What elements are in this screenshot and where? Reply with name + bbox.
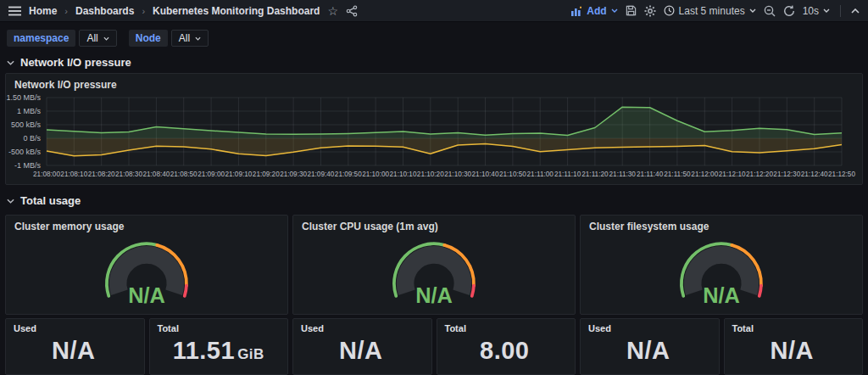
gauge-value: N/A — [128, 283, 165, 307]
top-navigation-bar: Home › Dashboards › Kubernetes Monitorin… — [0, 0, 868, 22]
section-network-io-pressure[interactable]: Network I/O pressure — [0, 52, 868, 73]
breadcrumb-separator: › — [142, 6, 145, 16]
add-button[interactable]: Add — [570, 5, 617, 17]
stat-label: Used — [588, 323, 611, 333]
svg-text:21:11:00: 21:11:00 — [527, 171, 554, 178]
svg-text:-500 kB/s: -500 kB/s — [8, 148, 42, 156]
breadcrumb-current-dashboard: Kubernetes Monitoring Dashboard — [153, 5, 320, 17]
time-range-label: Last 5 minutes — [679, 5, 745, 17]
svg-text:21:08:40: 21:08:40 — [142, 171, 170, 178]
dashboard-variables-row: namespace All Node All — [0, 22, 868, 52]
stat-label: Used — [301, 323, 324, 333]
gauge-value: N/A — [415, 283, 453, 307]
chevron-down-icon — [611, 8, 618, 13]
filter-namespace: namespace All — [7, 30, 117, 47]
svg-text:21:08:00: 21:08:00 — [33, 171, 60, 178]
svg-text:21:10:20: 21:10:20 — [417, 171, 444, 178]
collapse-toolbar-icon[interactable] — [851, 8, 860, 14]
breadcrumb-dashboards[interactable]: Dashboards — [75, 5, 134, 17]
svg-text:21:12:50: 21:12:50 — [828, 171, 855, 178]
panel-title[interactable]: Cluster memory usage — [6, 215, 287, 234]
section-chevron-icon — [7, 199, 14, 204]
svg-text:21:11:20: 21:11:20 — [581, 171, 609, 178]
svg-text:21:11:10: 21:11:10 — [554, 171, 581, 178]
refresh-interval-label: 10s — [803, 5, 819, 17]
svg-text:1 MB/s: 1 MB/s — [17, 107, 42, 115]
settings-icon[interactable] — [644, 5, 656, 17]
svg-text:21:11:30: 21:11:30 — [609, 171, 637, 178]
breadcrumb-home[interactable]: Home — [29, 5, 57, 17]
filesystem-gauge: N/A — [672, 234, 771, 314]
svg-text:21:08:10: 21:08:10 — [60, 171, 87, 178]
panel-title[interactable]: Cluster filesystem usage — [581, 215, 862, 234]
svg-text:21:10:40: 21:10:40 — [472, 171, 499, 178]
namespace-filter-dropdown[interactable]: All — [79, 30, 116, 47]
svg-text:21:09:50: 21:09:50 — [335, 171, 362, 178]
chevron-down-icon — [195, 36, 201, 41]
svg-text:-1 MB/s: -1 MB/s — [14, 161, 42, 170]
network-io-pressure-panel: Network I/O pressure 21:08:0021:08:1021:… — [5, 73, 863, 185]
refresh-icon[interactable] — [783, 5, 795, 17]
svg-text:21:10:00: 21:10:00 — [362, 171, 389, 178]
stat-label: Total — [158, 323, 179, 333]
stat-panels-row: Used N/A Total 11.51GiB Used N/A Total 8… — [5, 318, 863, 375]
svg-text:21:09:10: 21:09:10 — [225, 171, 252, 178]
breadcrumb-separator: › — [64, 6, 68, 16]
section-chevron-icon — [7, 60, 14, 65]
refresh-interval-picker[interactable]: 10s — [803, 5, 830, 17]
panel-title[interactable]: Network I/O pressure — [6, 74, 862, 92]
namespace-filter-label: namespace — [7, 30, 75, 47]
svg-text:21:10:30: 21:10:30 — [444, 171, 471, 178]
add-button-label: Add — [587, 5, 606, 17]
filesystem-total-panel: Total N/A — [724, 318, 864, 375]
stat-label: Total — [732, 323, 754, 333]
section-total-usage[interactable]: Total usage — [0, 190, 868, 211]
chevron-down-icon — [823, 8, 830, 13]
filesystem-used-panel: Used N/A — [580, 318, 720, 375]
star-icon[interactable]: ☆ — [327, 4, 338, 18]
svg-text:21:12:00: 21:12:00 — [691, 171, 718, 178]
svg-text:21:11:40: 21:11:40 — [637, 171, 664, 178]
time-range-picker[interactable]: Last 5 minutes — [664, 5, 756, 17]
toolbar-divider — [840, 5, 841, 17]
cluster-filesystem-usage-panel: Cluster filesystem usage N/A — [580, 215, 863, 315]
section-title: Network I/O pressure — [20, 56, 131, 69]
svg-text:21:08:30: 21:08:30 — [115, 171, 142, 178]
svg-text:1.50 MB/s: 1.50 MB/s — [6, 93, 41, 102]
panel-title[interactable]: Cluster CPU usage (1m avg) — [293, 215, 575, 234]
node-filter-dropdown[interactable]: All — [171, 30, 209, 47]
cpu-gauge: N/A — [385, 234, 483, 314]
menu-icon[interactable] — [8, 6, 21, 16]
memory-gauge: N/A — [97, 234, 196, 314]
share-icon[interactable] — [346, 5, 358, 17]
save-icon[interactable] — [626, 5, 637, 16]
cluster-cpu-usage-panel: Cluster CPU usage (1m avg) N/A — [292, 215, 576, 315]
chevron-down-icon — [749, 8, 756, 13]
stat-value: 11.51GiB — [173, 337, 264, 365]
stat-value: N/A — [771, 337, 816, 365]
svg-text:21:09:30: 21:09:30 — [280, 171, 307, 178]
svg-text:21:09:40: 21:09:40 — [307, 171, 334, 178]
stat-value: 8.00 — [480, 337, 531, 365]
stat-value: N/A — [626, 337, 672, 365]
stat-value: N/A — [52, 337, 97, 365]
stat-label: Used — [14, 323, 36, 333]
cpu-used-panel: Used N/A — [292, 318, 432, 375]
svg-text:21:12:20: 21:12:20 — [746, 171, 773, 178]
zoom-out-icon[interactable] — [764, 5, 776, 17]
network-io-chart[interactable]: 21:08:0021:08:1021:08:2021:08:3021:08:40… — [6, 92, 857, 182]
svg-text:500 kB/s: 500 kB/s — [11, 120, 42, 129]
gauge-panels-row: Cluster memory usage N/A Cluster CPU usa… — [5, 215, 863, 315]
add-icon — [570, 6, 582, 16]
svg-text:21:08:20: 21:08:20 — [88, 171, 115, 178]
memory-used-panel: Used N/A — [5, 318, 145, 375]
svg-text:21:10:50: 21:10:50 — [499, 171, 526, 178]
node-filter-label: Node — [129, 30, 168, 47]
filter-node: Node All — [129, 30, 209, 47]
svg-text:21:09:00: 21:09:00 — [198, 171, 225, 178]
gauge-value: N/A — [703, 283, 740, 307]
clock-icon — [664, 5, 675, 16]
svg-text:21:11:50: 21:11:50 — [664, 171, 691, 178]
section-title: Total usage — [20, 194, 81, 207]
cpu-total-panel: Total 8.00 — [437, 318, 576, 375]
